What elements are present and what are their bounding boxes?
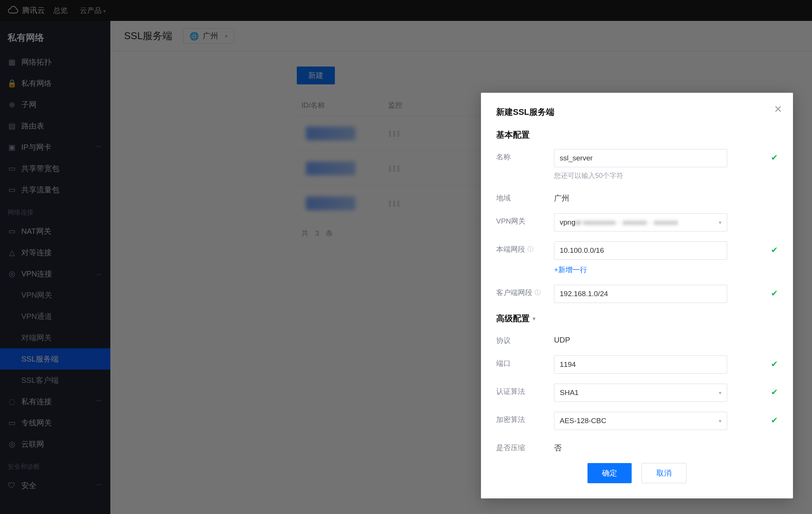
- proto-label: 协议: [496, 333, 554, 346]
- auth-label: 认证算法: [496, 384, 554, 397]
- check-icon: ✔: [771, 412, 778, 425]
- localcidr-input[interactable]: [554, 241, 727, 260]
- section-advanced[interactable]: 高级配置▾: [496, 313, 778, 324]
- auth-select[interactable]: SHA1▾: [554, 384, 727, 402]
- port-input[interactable]: [554, 355, 727, 374]
- enc-label: 加密算法: [496, 412, 554, 425]
- clientcidr-input[interactable]: [554, 285, 727, 303]
- region-label: 地域: [496, 190, 554, 203]
- add-line-link[interactable]: +新增一行: [554, 265, 764, 275]
- info-icon[interactable]: ⓘ: [527, 246, 533, 254]
- vpngw-label: VPN网关: [496, 213, 554, 226]
- redacted-text: w-xxxxxxxx · xxxxxx · xxxxxx: [575, 218, 678, 226]
- name-hint: 您还可以输入50个字符: [554, 171, 764, 180]
- check-icon: ✔: [771, 149, 778, 163]
- port-label: 端口: [496, 355, 554, 368]
- create-ssl-server-dialog: ✕ 新建SSL服务端 基本配置 名称 您还可以输入50个字符 ✔ 地域 广州 V…: [481, 93, 793, 498]
- caret-down-icon: ▾: [719, 390, 721, 396]
- clientcidr-label: 客户端网段ⓘ: [496, 285, 554, 298]
- section-basic: 基本配置: [496, 129, 778, 141]
- confirm-button[interactable]: 确定: [588, 463, 632, 483]
- compress-label: 是否压缩: [496, 440, 554, 453]
- localcidr-label: 本端网段ⓘ: [496, 241, 554, 254]
- name-input[interactable]: [554, 149, 727, 167]
- caret-down-icon: ▾: [719, 418, 721, 424]
- compress-value: 否: [554, 440, 778, 453]
- info-icon[interactable]: ⓘ: [535, 289, 541, 297]
- dialog-actions: 确定 取消: [496, 463, 778, 483]
- check-icon: ✔: [771, 384, 778, 397]
- triangle-down-icon: ▾: [533, 316, 535, 322]
- region-value: 广州: [554, 190, 778, 203]
- check-icon: ✔: [771, 241, 778, 255]
- vpngw-select[interactable]: vpngw-xxxxxxxx · xxxxxx · xxxxxx ▾: [554, 213, 727, 232]
- proto-value: UDP: [554, 333, 778, 344]
- check-icon: ✔: [771, 355, 778, 369]
- close-icon[interactable]: ✕: [774, 103, 782, 115]
- cancel-button[interactable]: 取消: [642, 463, 686, 483]
- caret-down-icon: ▾: [719, 219, 721, 225]
- dialog-title: 新建SSL服务端: [496, 106, 778, 118]
- check-icon: ✔: [771, 285, 778, 298]
- enc-select[interactable]: AES-128-CBC▾: [554, 412, 727, 430]
- name-label: 名称: [496, 149, 554, 162]
